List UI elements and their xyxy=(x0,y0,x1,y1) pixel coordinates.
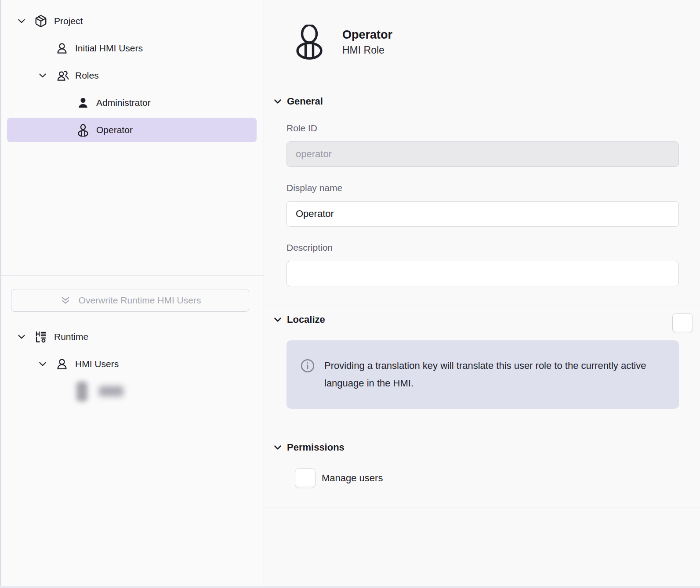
manage-users-checkbox[interactable] xyxy=(295,468,316,488)
role-header: Operator HMI Role xyxy=(264,0,700,84)
localize-heading: Localize xyxy=(287,314,325,325)
chevron-down-icon[interactable] xyxy=(37,358,48,370)
section-permissions: Permissions Manage users xyxy=(264,431,700,508)
role-id-input xyxy=(287,141,679,167)
tree-item-runtime[interactable]: Runtime xyxy=(0,323,264,350)
runtime-tree: Overwrite Runtime HMI Users Runtime HM xyxy=(0,276,264,588)
general-heading: General xyxy=(287,96,323,107)
tree-item-label: Roles xyxy=(75,70,99,81)
page-subtitle: HMI Role xyxy=(342,44,392,56)
description-label: Description xyxy=(287,242,679,253)
tree-item-initial-hmi-users[interactable]: Initial HMI Users xyxy=(0,35,264,62)
section-localize: Localize Providing a translation key wil… xyxy=(264,304,700,431)
section-general: General Role ID Display name Description xyxy=(264,84,700,304)
display-name-label: Display name xyxy=(287,183,679,193)
tree-item-label: Runtime xyxy=(54,332,88,342)
tree-item-redacted[interactable] xyxy=(0,378,264,405)
localize-checkbox[interactable] xyxy=(672,313,693,333)
info-banner: Providing a translation key will transla… xyxy=(287,340,679,409)
display-name-input[interactable] xyxy=(287,201,679,227)
tree-item-administrator[interactable]: Administrator xyxy=(0,89,264,116)
info-text: Providing a translation key will transla… xyxy=(324,357,647,392)
tree-item-label: Operator xyxy=(96,125,133,135)
permissions-section-header[interactable]: Permissions xyxy=(264,442,700,453)
redacted-label xyxy=(99,386,123,397)
user-icon xyxy=(55,357,69,371)
overwrite-button-label: Overwrite Runtime HMI Users xyxy=(79,295,201,306)
bottom-edge-divider xyxy=(0,586,700,588)
tree-item-label: Project xyxy=(54,16,83,26)
general-section-header[interactable]: General xyxy=(264,96,700,107)
tree-item-project[interactable]: Project xyxy=(0,7,264,35)
info-icon xyxy=(300,358,316,374)
operator-icon xyxy=(295,25,324,60)
package-icon xyxy=(34,14,47,28)
tree-item-label: Initial HMI Users xyxy=(75,43,143,54)
chevron-down-icon[interactable] xyxy=(16,15,27,27)
roles-icon xyxy=(55,69,69,82)
hmi-users-roles-app: Project Initial HMI Users Roles xyxy=(0,0,700,588)
chevron-down-icon[interactable] xyxy=(272,442,283,453)
role-detail-panel: Operator HMI Role General Role ID Displa… xyxy=(264,0,700,588)
double-chevron-down-icon xyxy=(59,294,72,307)
localize-section-header[interactable]: Localize xyxy=(264,314,700,325)
project-tree: Project Initial HMI Users Roles xyxy=(0,0,264,276)
user-icon xyxy=(55,42,69,55)
role-id-label: Role ID xyxy=(287,123,679,133)
permissions-heading: Permissions xyxy=(287,442,345,453)
runtime-icon xyxy=(34,330,47,343)
chevron-down-icon[interactable] xyxy=(272,96,283,107)
tree-item-roles[interactable]: Roles xyxy=(0,62,264,89)
tree-item-hmi-users[interactable]: HMI Users xyxy=(0,350,264,378)
operator-icon xyxy=(76,123,90,137)
description-input[interactable] xyxy=(287,261,679,286)
overwrite-runtime-hmi-users-button[interactable]: Overwrite Runtime HMI Users xyxy=(11,289,249,312)
administrator-icon xyxy=(76,96,90,109)
page-title: Operator xyxy=(342,28,392,42)
permission-row: Manage users xyxy=(295,468,700,488)
chevron-down-icon[interactable] xyxy=(16,331,27,343)
redacted-user-icon xyxy=(76,382,87,401)
chevron-down-icon[interactable] xyxy=(37,70,48,81)
chevron-down-icon[interactable] xyxy=(272,314,283,325)
tree-item-operator[interactable]: Operator xyxy=(7,118,257,142)
tree-item-label: Administrator xyxy=(96,97,151,108)
tree-item-label: HMI Users xyxy=(75,359,119,369)
manage-users-label: Manage users xyxy=(322,473,383,484)
sidebar: Project Initial HMI Users Roles xyxy=(0,0,264,588)
left-edge-divider xyxy=(0,0,1,588)
